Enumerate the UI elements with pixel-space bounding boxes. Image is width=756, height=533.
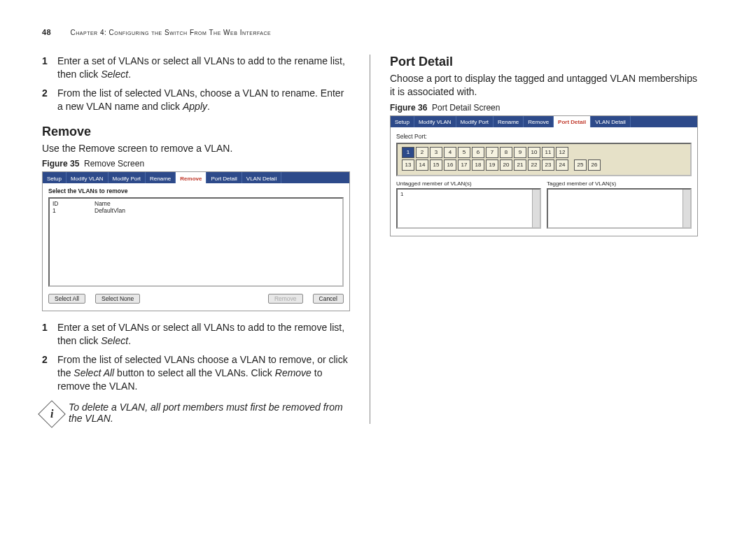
port-cell[interactable]: 17 xyxy=(458,159,470,171)
tab-vlan-detail[interactable]: VLAN Detail xyxy=(242,172,282,183)
port-cell[interactable]: 22 xyxy=(528,159,540,171)
port-cell[interactable]: 2 xyxy=(416,147,428,158)
tagged-listbox[interactable] xyxy=(547,188,692,229)
port-cell[interactable]: 23 xyxy=(542,159,554,171)
step-text: Enter a set of VLANs or select all VLANs… xyxy=(57,55,350,81)
chapter-title: Chapter 4: Configuring the Switch From T… xyxy=(71,29,272,36)
port-cell[interactable]: 9 xyxy=(514,147,526,158)
port-cell[interactable]: 13 xyxy=(402,159,414,171)
tab-modify-port[interactable]: Modify Port xyxy=(456,116,493,127)
port-cell[interactable]: 16 xyxy=(444,159,456,171)
untagged-label: Untagged member of VLAN(s) xyxy=(396,180,541,187)
port-cell[interactable]: 14 xyxy=(416,159,428,171)
step-text: From the list of selected VLANs choose a… xyxy=(57,353,350,393)
port-cell[interactable]: 10 xyxy=(528,147,540,158)
figure-remove-screen: Setup Modify VLAN Modify Port Rename Rem… xyxy=(42,171,350,311)
port-cell[interactable]: 3 xyxy=(430,147,442,158)
page-number: 48 xyxy=(42,28,51,36)
section-body: Use the Remove screen to remove a VLAN. xyxy=(42,142,350,155)
tab-remove[interactable]: Remove xyxy=(524,116,554,127)
port-selector: 1 2 3 4 5 6 7 8 9 10 11 12 xyxy=(396,143,692,176)
port-cell[interactable]: 5 xyxy=(458,147,470,158)
port-cell[interactable]: 12 xyxy=(556,147,568,158)
step-number: 1 xyxy=(42,321,57,348)
select-all-button[interactable]: Select All xyxy=(48,294,85,304)
left-column: 1 Enter a set of VLANs or select all VLA… xyxy=(42,55,350,424)
right-column: Port Detail Choose a port to display the… xyxy=(390,55,698,424)
note-text: To delete a VLAN, all port members must … xyxy=(69,401,350,424)
tab-setup[interactable]: Setup xyxy=(391,116,414,127)
step-text: Enter a set of VLANs or select all VLANs… xyxy=(57,321,350,348)
tab-vlan-detail[interactable]: VLAN Detail xyxy=(591,116,631,127)
step-text: From the list of selected VLANs, choose … xyxy=(57,87,350,113)
tab-bar: Setup Modify VLAN Modify Port Rename Rem… xyxy=(391,116,697,127)
tab-port-detail[interactable]: Port Detail xyxy=(554,116,591,127)
port-cell[interactable]: 20 xyxy=(500,159,512,171)
column-divider xyxy=(370,55,370,424)
instruction-label: Select the VLANs to remove xyxy=(48,187,344,194)
port-cell[interactable]: 25 xyxy=(574,159,587,171)
port-cell[interactable]: 1 xyxy=(402,147,414,158)
tagged-label: Tagged member of VLAN(s) xyxy=(547,180,692,187)
page-header: 48 Chapter 4: Configuring the Switch Fro… xyxy=(42,28,714,36)
tab-setup[interactable]: Setup xyxy=(43,172,66,183)
section-heading-port-detail: Port Detail xyxy=(390,55,698,69)
info-icon: i xyxy=(38,400,66,428)
port-cell[interactable]: 15 xyxy=(430,159,442,171)
tab-remove[interactable]: Remove xyxy=(176,172,206,183)
port-cell[interactable]: 18 xyxy=(472,159,484,171)
port-cell[interactable]: 26 xyxy=(588,159,601,171)
step-number: 2 xyxy=(42,87,57,113)
note-block: i To delete a VLAN, all port members mus… xyxy=(42,401,350,424)
tab-bar: Setup Modify VLAN Modify Port Rename Rem… xyxy=(43,172,349,183)
remove-button[interactable]: Remove xyxy=(268,294,303,304)
port-cell[interactable]: 8 xyxy=(500,147,512,158)
tab-modify-port[interactable]: Modify Port xyxy=(108,172,146,183)
figure-caption: Figure 35 Remove Screen xyxy=(42,159,350,169)
scrollbar[interactable] xyxy=(682,190,690,227)
port-cell[interactable]: 19 xyxy=(486,159,498,171)
step-number: 2 xyxy=(42,353,57,393)
tab-modify-vlan[interactable]: Modify VLAN xyxy=(66,172,108,183)
port-cell[interactable]: 4 xyxy=(444,147,456,158)
section-heading-remove: Remove xyxy=(42,125,350,139)
figure-port-detail-screen: Setup Modify VLAN Modify Port Rename Rem… xyxy=(390,115,698,236)
select-none-button[interactable]: Select None xyxy=(95,294,140,304)
vlan-listbox[interactable]: ID Name 1 DefaultVlan xyxy=(48,197,344,287)
col-name: Name xyxy=(94,200,111,207)
section-body: Choose a port to display the tagged and … xyxy=(390,72,698,99)
port-cell[interactable]: 24 xyxy=(556,159,568,171)
tab-rename[interactable]: Rename xyxy=(493,116,524,127)
col-id: ID xyxy=(52,200,94,207)
tab-rename[interactable]: Rename xyxy=(146,172,176,183)
select-port-label: Select Port: xyxy=(396,133,692,140)
port-cell[interactable]: 6 xyxy=(472,147,484,158)
scrollbar[interactable] xyxy=(532,190,540,227)
step-number: 1 xyxy=(42,55,57,81)
untagged-listbox[interactable]: 1 xyxy=(396,188,541,229)
tab-port-detail[interactable]: Port Detail xyxy=(206,172,241,183)
tab-modify-vlan[interactable]: Modify VLAN xyxy=(414,116,456,127)
list-item[interactable]: 1 DefaultVlan xyxy=(52,207,340,214)
port-cell[interactable]: 7 xyxy=(486,147,498,158)
port-cell[interactable]: 11 xyxy=(542,147,554,158)
port-cell[interactable]: 21 xyxy=(514,159,526,171)
cancel-button[interactable]: Cancel xyxy=(313,294,344,304)
figure-caption: Figure 36 Port Detail Screen xyxy=(390,103,698,113)
